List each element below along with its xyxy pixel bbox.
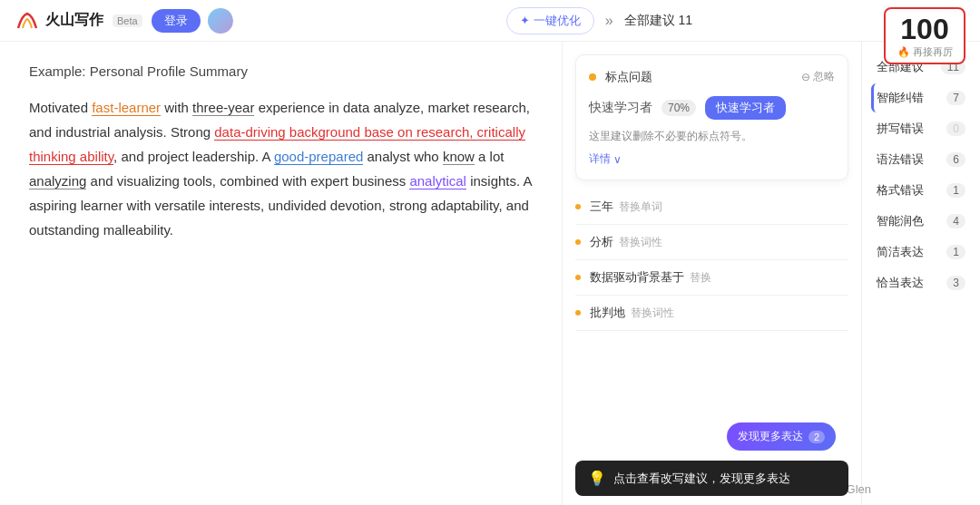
logo-icon (15, 8, 40, 34)
ignore-icon: ⊖ (801, 71, 810, 83)
optimize-button[interactable]: ✦ 一键优化 (506, 7, 594, 34)
discover-label: 发现更多表达 (738, 429, 803, 444)
text-normal-2: with (161, 100, 192, 115)
bulb-icon: 💡 (588, 470, 606, 487)
doc-title: Example: Personal Profile Summary (29, 63, 533, 79)
score-badge: 100 🔥 再接再厉 (884, 7, 965, 64)
sidebar-count-5: 1 (946, 245, 965, 259)
list-item[interactable]: 分析 替换词性 (575, 225, 848, 260)
logo-text: 火山写作 (45, 11, 103, 30)
spark-icon: ✦ (520, 14, 530, 27)
login-button[interactable]: 登录 (152, 9, 201, 33)
sidebar-count-0: 7 (946, 91, 965, 105)
sug-text-1: 三年 (590, 199, 613, 215)
doc-content: Motivated fast-learner with three-year e… (29, 95, 533, 242)
sug-dot-3 (575, 275, 581, 280)
replace-row: 快速学习者 70% 快速学习者 (589, 96, 835, 120)
main-layout: Example: Personal Profile Summary Motiva… (0, 42, 980, 505)
sidebar-label-0: 智能纠错 (877, 90, 924, 106)
topbar: 火山写作 Beta 登录 ✦ 一键优化 » 全部建议 11 100 🔥 再接再厉 (0, 0, 980, 42)
sidebar-label-3: 格式错误 (877, 182, 924, 199)
text-normal-6: a lot (475, 149, 505, 164)
sidebar-label-4: 智能润色 (877, 213, 924, 229)
detail-button[interactable]: 详情 ∨ (589, 151, 622, 167)
sidebar-count-4: 4 (946, 214, 965, 228)
sug-dot-2 (575, 239, 581, 245)
optimize-label: 一键优化 (534, 13, 581, 29)
right-sidebar: 全部建议 11 智能纠错 7 拼写错误 0 语法错误 6 格式错误 1 智能润色… (862, 42, 980, 505)
suggestion-list: 三年 替换单词 分析 替换词性 数据驱动背景基于 替换 批判地 替换词性 (575, 189, 848, 331)
score-sub: 🔥 再接再厉 (895, 45, 955, 59)
sug-dot-4 (575, 310, 581, 316)
ignore-button[interactable]: ⊖ 忽略 (801, 69, 835, 84)
sidebar-label-6: 恰当表达 (877, 275, 924, 291)
sidebar-row-format[interactable]: 格式错误 1 (871, 176, 971, 205)
more-button[interactable]: » (602, 9, 617, 33)
sug-action-1: 替换单词 (619, 199, 662, 215)
sug-dot-1 (575, 204, 581, 209)
score-number: 100 (895, 15, 955, 44)
text-three-year: three-year (192, 100, 254, 116)
list-item[interactable]: 三年 替换单词 (575, 189, 848, 225)
suggest-chip[interactable]: 快速学习者 (705, 96, 786, 120)
original-word: 快速学习者 (589, 100, 652, 116)
beta-badge: Beta (113, 15, 142, 27)
list-item[interactable]: 批判地 替换词性 (575, 296, 848, 331)
sug-text-4: 批判地 (590, 305, 625, 321)
list-item[interactable]: 数据驱动背景基于 替换 (575, 260, 848, 296)
sidebar-count-6: 3 (946, 276, 965, 290)
sidebar-row-concise[interactable]: 简洁表达 1 (871, 238, 971, 267)
text-normal-5: analyst who (363, 149, 443, 164)
editor-area: Example: Personal Profile Summary Motiva… (0, 42, 563, 505)
sidebar-label-2: 语法错误 (877, 151, 924, 168)
text-analytical: analytical (409, 173, 466, 189)
tooltip-banner: 💡 点击查看改写建议，发现更多表达 (575, 461, 848, 496)
card-type-label: 标点问题 (605, 70, 652, 83)
sidebar-row-polish[interactable]: 智能润色 4 (871, 207, 971, 236)
chevron-down-icon: ∨ (613, 153, 622, 166)
sidebar-row-smart-correct[interactable]: 智能纠错 7 (871, 83, 971, 112)
sidebar-count-1: 0 (946, 121, 965, 136)
suggestions-label: 全部建议 11 (624, 13, 692, 29)
card-header: 标点问题 ⊖ 忽略 (589, 68, 835, 85)
sug-text-2: 分析 (590, 234, 613, 250)
sidebar-row-grammar[interactable]: 语法错误 6 (871, 145, 971, 174)
text-know: know (443, 149, 475, 165)
logo-area: 火山写作 Beta (15, 8, 142, 34)
discover-button[interactable]: 发现更多表达 2 (727, 422, 836, 451)
discover-count: 2 (808, 431, 825, 443)
sidebar-row-proper[interactable]: 恰当表达 3 (871, 268, 971, 297)
text-analyzing: analyzing (29, 173, 86, 189)
suggestion-card: 标点问题 ⊖ 忽略 快速学习者 70% 快速学习者 这里建议删除不必要的标点符号… (575, 54, 848, 180)
suggestions-count: 11 (678, 13, 692, 27)
avatar-button[interactable] (208, 8, 233, 34)
text-normal-4: , and project leadership. A (113, 149, 274, 164)
card-type-dot (589, 73, 596, 81)
fire-icon: 🔥 (897, 46, 910, 58)
score-chip: 70% (662, 100, 696, 116)
sug-action-3: 替换 (690, 270, 711, 286)
card-type: 标点问题 (589, 68, 652, 85)
topbar-center: ✦ 一键优化 » 全部建议 11 (233, 7, 965, 34)
sug-action-2: 替换词性 (619, 235, 662, 250)
text-fast-learner: fast-learner (92, 100, 161, 116)
text-normal-7: and visualizing tools, combined with exp… (86, 173, 409, 189)
card-tip: 这里建议删除不必要的标点符号。 (589, 129, 835, 144)
tooltip-text: 点击查看改写建议，发现更多表达 (613, 471, 790, 487)
suggestion-panel: 标点问题 ⊖ 忽略 快速学习者 70% 快速学习者 这里建议删除不必要的标点符号… (563, 42, 862, 505)
text-normal-1: Motivated (29, 100, 92, 115)
sidebar-label-5: 简洁表达 (877, 244, 924, 260)
sidebar-count-2: 6 (946, 152, 965, 167)
sidebar-count-3: 1 (946, 183, 965, 198)
sug-text-3: 数据驱动背景基于 (590, 269, 684, 286)
text-good-prepared: good-prepared (274, 149, 363, 165)
sidebar-row-spell[interactable]: 拼写错误 0 (871, 114, 971, 143)
sidebar-label-1: 拼写错误 (877, 121, 924, 137)
sug-action-4: 替换词性 (631, 306, 674, 321)
